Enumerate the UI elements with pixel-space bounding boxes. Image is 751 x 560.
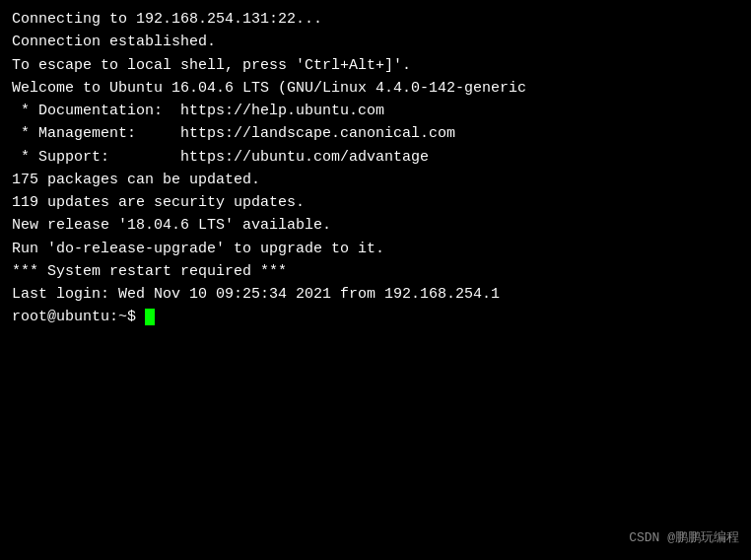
terminal-line-12: 119 updates are security updates. [12,191,739,214]
terminal-line-3: To escape to local shell, press 'Ctrl+Al… [12,54,739,77]
terminal-line-14: New release '18.04.6 LTS' available. [12,214,739,237]
terminal-line-15: Run 'do-release-upgrade' to upgrade to i… [12,238,739,260]
terminal-line-5: Welcome to Ubuntu 16.04.6 LTS (GNU/Linux… [12,77,739,100]
terminal-window: Connecting to 192.168.254.131:22...Conne… [0,0,751,560]
watermark: CSDN @鹏鹏玩编程 [629,528,739,546]
terminal-line-11: 175 packages can be updated. [12,169,739,191]
terminal-line-1: Connecting to 192.168.254.131:22... [12,8,739,31]
terminal-line-8: * Management: https://landscape.canonica… [12,122,739,145]
terminal-line-19: Last login: Wed Nov 10 09:25:34 2021 fro… [12,283,739,306]
terminal-line-20: root@ubuntu:~$ [12,306,739,328]
terminal-line-9: * Support: https://ubuntu.com/advantage [12,146,739,169]
terminal-cursor [145,309,155,325]
terminal-line-18: *** System restart required *** [12,260,739,283]
terminal-line-7: * Documentation: https://help.ubuntu.com [12,100,739,122]
terminal-line-2: Connection established. [12,31,739,53]
terminal-output: Connecting to 192.168.254.131:22...Conne… [12,8,739,329]
